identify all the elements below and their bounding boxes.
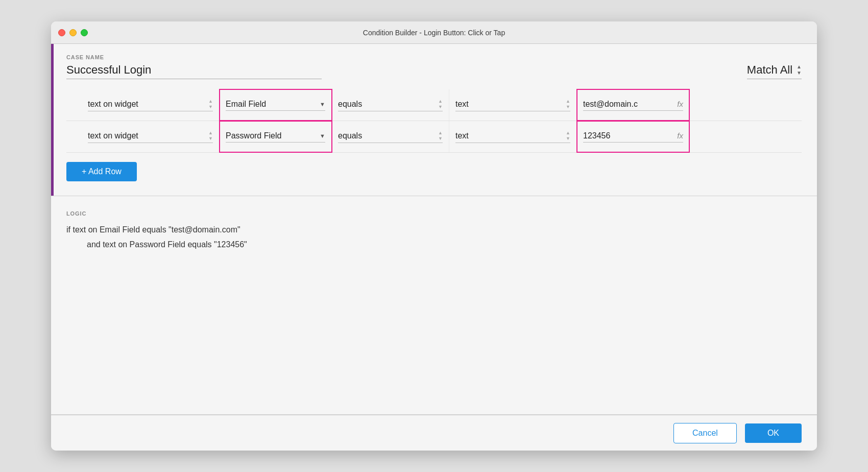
row1-type-spinner[interactable]: ▲ ▼ [566, 99, 570, 109]
up-icon: ▲ [438, 99, 443, 104]
row1-field-dropdown-icon: ▼ [320, 101, 325, 107]
traffic-lights [58, 29, 88, 36]
row1-field-cell[interactable]: Email Field ▼ [220, 89, 332, 121]
condition-row-2: text on widget ▲ ▼ Password Field ▼ [66, 121, 802, 153]
row2-widget-spinner[interactable]: ▲ ▼ [208, 130, 213, 141]
maximize-button[interactable] [81, 29, 88, 36]
row1-field-text: Email Field [226, 100, 266, 109]
row1-field-content: Email Field ▼ [226, 100, 325, 111]
row1-operator-cell: equals ▲ ▼ [332, 89, 449, 121]
up-icon: ▲ [208, 99, 213, 104]
row1-value-content: test@domain.c fx [583, 100, 683, 111]
down-icon: ▼ [566, 136, 570, 141]
row2-field-content: Password Field ▼ [226, 131, 325, 143]
logic-line2: and text on Password Field equals "12345… [87, 238, 802, 252]
row2-value-text: 123456 [583, 131, 610, 140]
logic-line1: if text on Email Field equals "test@doma… [66, 223, 802, 238]
case-name-label: CASE NAME [66, 54, 322, 60]
row2-widget-cell: text on widget ▲ ▼ [82, 121, 220, 152]
row2-operator-cell: equals ▲ ▼ [332, 121, 449, 152]
row2-type-text: text [455, 131, 469, 140]
match-all-section: Match All ▲ ▼ [747, 63, 802, 79]
row2-value-content: 123456 fx [583, 131, 683, 143]
up-icon: ▲ [438, 130, 443, 135]
top-section: CASE NAME Match All ▲ ▼ [51, 44, 817, 196]
up-arrow-icon: ▲ [797, 64, 802, 69]
row1-type-cell: text ▲ ▼ [449, 89, 577, 121]
row1-operator-text: equals [338, 100, 362, 109]
ok-button[interactable]: OK [745, 423, 802, 443]
row1-widget-spinner[interactable]: ▲ ▼ [208, 99, 213, 109]
row2-type-cell: text ▲ ▼ [449, 121, 577, 152]
row2-type-spinner[interactable]: ▲ ▼ [566, 130, 570, 141]
condition-row-1: text on widget ▲ ▼ Email Field ▼ [66, 89, 802, 121]
row1-value-text: test@domain.c [583, 100, 638, 109]
up-icon: ▲ [208, 130, 213, 135]
row2-widget-text: text on widget [88, 131, 138, 140]
row2-field-cell[interactable]: Password Field ▼ [220, 121, 332, 152]
match-all-dropdown[interactable]: Match All ▲ ▼ [747, 63, 802, 79]
row1-fx-icon[interactable]: fx [677, 100, 683, 108]
row2-operator-text: equals [338, 131, 362, 140]
row1-value-cell[interactable]: test@domain.c fx [577, 89, 689, 121]
match-all-spinner: ▲ ▼ [797, 64, 802, 76]
conditions-container: text on widget ▲ ▼ Email Field ▼ [66, 89, 802, 153]
row1-type-content: text ▲ ▼ [455, 99, 570, 111]
row1-operator-spinner[interactable]: ▲ ▼ [438, 99, 443, 109]
left-accent [51, 44, 54, 196]
down-arrow-icon: ▼ [797, 70, 802, 76]
row1-widget-text: text on widget [88, 100, 138, 109]
row2-field-text: Password Field [226, 131, 281, 140]
up-icon: ▲ [566, 99, 570, 104]
down-icon: ▼ [208, 136, 213, 141]
add-row-button[interactable]: + Add Row [66, 162, 137, 181]
logic-text: if text on Email Field equals "test@doma… [66, 223, 802, 252]
logic-label: LOGIC [66, 210, 86, 217]
logic-section: LOGIC if text on Email Field equals "tes… [51, 196, 817, 415]
row2-fx-icon[interactable]: fx [677, 131, 683, 140]
row1-type-text: text [455, 100, 469, 109]
close-button[interactable] [58, 29, 65, 36]
row2-widget-content: text on widget ▲ ▼ [88, 130, 213, 143]
cancel-button[interactable]: Cancel [673, 423, 737, 443]
row1-widget-content: text on widget ▲ ▼ [88, 99, 213, 111]
row2-operator-content: equals ▲ ▼ [338, 130, 443, 143]
case-name-left: CASE NAME [66, 54, 322, 79]
condition-builder-window: Condition Builder - Login Button: Click … [51, 21, 817, 451]
add-row-section: + Add Row [66, 153, 802, 185]
footer: Cancel OK [51, 415, 817, 451]
row2-operator-spinner[interactable]: ▲ ▼ [438, 130, 443, 141]
content-area: CASE NAME Match All ▲ ▼ [51, 44, 817, 451]
case-name-section: CASE NAME Match All ▲ ▼ [66, 54, 802, 79]
down-icon: ▼ [438, 104, 443, 109]
down-icon: ▼ [566, 104, 570, 109]
titlebar: Condition Builder - Login Button: Click … [51, 21, 817, 44]
row2-value-cell[interactable]: 123456 fx [577, 121, 689, 152]
window-title: Condition Builder - Login Button: Click … [363, 29, 505, 37]
match-all-text: Match All [747, 63, 792, 77]
row2-field-dropdown-icon: ▼ [320, 133, 325, 139]
minimize-button[interactable] [69, 29, 77, 36]
case-name-input[interactable] [66, 63, 322, 79]
down-icon: ▼ [208, 104, 213, 109]
up-icon: ▲ [566, 130, 570, 135]
row1-operator-content: equals ▲ ▼ [338, 99, 443, 111]
row2-type-content: text ▲ ▼ [455, 130, 570, 143]
down-icon: ▼ [438, 136, 443, 141]
row1-widget-cell: text on widget ▲ ▼ [82, 89, 220, 121]
